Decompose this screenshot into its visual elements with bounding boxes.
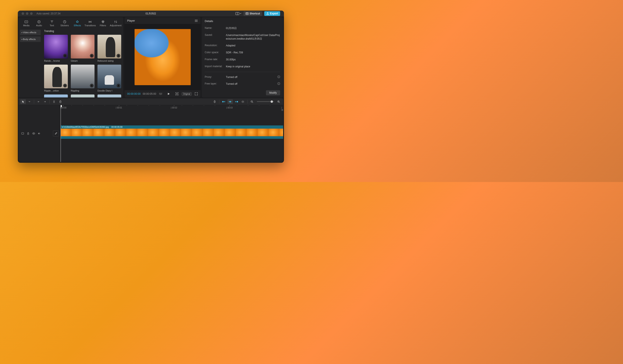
svg-rect-13 <box>222 101 223 102</box>
timeline-area[interactable]: |00:00 | 00:01 | 00:02 | 00:03 | 00:04 b… <box>61 105 283 162</box>
info-icon[interactable] <box>277 82 280 86</box>
svg-rect-19 <box>27 133 29 134</box>
asset-grid: Rando…hrome Gleam Rebound swing <box>44 35 121 97</box>
tab-transitions[interactable]: Transitions <box>84 19 96 28</box>
app-window: Auto saved: 20:37:34 01月05日 Shortcut Exp… <box>18 11 284 163</box>
detail-framerate: 30.00fps <box>226 58 280 62</box>
play-button[interactable] <box>167 92 170 95</box>
svg-rect-15 <box>237 101 238 102</box>
effect-item[interactable]: Gleam <box>71 35 94 62</box>
effect-item[interactable]: Rando…hrome <box>44 35 68 62</box>
zoom-out-icon[interactable] <box>249 99 255 104</box>
track-fx-icon[interactable] <box>20 131 25 136</box>
snap-center-icon[interactable] <box>227 99 233 104</box>
tab-effects[interactable]: Effects <box>71 19 84 28</box>
effect-item[interactable] <box>71 94 94 97</box>
download-icon[interactable] <box>116 84 120 87</box>
clip-thumbnails <box>61 128 283 136</box>
zoom-slider[interactable] <box>257 101 274 102</box>
snap-left-icon[interactable] <box>221 99 226 104</box>
tick-marks <box>159 93 162 95</box>
details-title: Details <box>202 17 283 25</box>
autosave-status: Auto saved: 20:37:34 <box>36 12 60 15</box>
details-panel: Details Name:01月05日 Saved:/Users/macmiao… <box>202 17 283 97</box>
download-icon[interactable] <box>116 54 120 58</box>
traffic-lights <box>22 12 33 15</box>
tab-filters[interactable]: Filters <box>97 19 109 28</box>
svg-rect-12 <box>214 100 215 102</box>
close-dot[interactable] <box>22 12 24 15</box>
tab-adjustment[interactable]: Adjustment <box>109 19 122 28</box>
effect-item[interactable] <box>44 94 68 97</box>
min-dot[interactable] <box>26 12 28 15</box>
fullscreen-icon[interactable] <box>195 92 198 96</box>
time-current: 00:00:00:00 <box>127 92 140 95</box>
player-title: Player <box>127 19 135 22</box>
zoom-in-icon[interactable] <box>276 99 281 104</box>
insert-icon[interactable] <box>240 99 245 104</box>
delete-button[interactable] <box>58 99 63 104</box>
cat-body-effects[interactable]: Body effects <box>20 36 41 42</box>
svg-point-8 <box>177 93 177 94</box>
tab-text[interactable]: Text <box>45 19 58 28</box>
track-lock-icon[interactable] <box>26 131 30 136</box>
tab-stickers[interactable]: Stickers <box>58 19 71 28</box>
detail-import: Keep in original place <box>226 65 280 68</box>
original-button[interactable]: Original <box>182 92 192 96</box>
player-controls: 00:00:00:00 00:00:05:00 Original <box>125 90 200 97</box>
svg-point-3 <box>38 21 41 23</box>
download-icon[interactable] <box>63 54 67 58</box>
download-icon[interactable] <box>90 84 94 87</box>
player-panel: Player 00:00:00:00 00:00:05:00 <box>125 17 200 97</box>
split-button[interactable] <box>51 99 57 104</box>
mic-icon[interactable] <box>212 99 217 104</box>
track-visible-icon[interactable] <box>31 131 36 136</box>
edit-track-icon[interactable] <box>53 130 59 136</box>
download-icon[interactable] <box>90 54 94 58</box>
cursor-dropdown[interactable] <box>27 99 32 104</box>
effect-item[interactable]: Doodle Diary I <box>97 65 121 92</box>
track-controls <box>19 105 61 162</box>
player-menu-icon[interactable] <box>195 20 198 22</box>
redo-button[interactable] <box>42 99 48 104</box>
asset-categories: Video effects Body effects <box>19 28 42 97</box>
effect-item[interactable]: Ripple…ortion <box>44 65 68 92</box>
playhead[interactable] <box>61 105 61 162</box>
tab-audio[interactable]: Audio <box>33 19 45 28</box>
asset-tabs: Media Audio Text Stickers <box>19 17 123 28</box>
timeline-toolbar <box>19 98 283 105</box>
cursor-tool[interactable] <box>20 99 26 104</box>
timeline-clip[interactable]: b7d10bb6fdad4f33b7f356bece596f5b4430360.… <box>61 126 283 139</box>
info-icon[interactable] <box>277 75 280 79</box>
svg-rect-14 <box>229 101 231 102</box>
export-label: Export <box>270 12 278 15</box>
tab-media[interactable]: Media <box>20 19 33 28</box>
clip-duration: 00:00:05:00 <box>111 126 122 128</box>
effect-item[interactable]: Rebound swing <box>97 35 121 62</box>
svg-point-20 <box>33 133 34 134</box>
detail-saved: /Users/macmiao/Movies/CapCut/User Data/P… <box>226 33 280 41</box>
window-title: 01月05日 <box>146 12 156 16</box>
timeline-ruler: |00:00 | 00:01 | 00:02 | 00:03 | 00:04 <box>61 105 283 109</box>
undo-button[interactable] <box>36 99 41 104</box>
export-button[interactable]: Export <box>264 11 280 16</box>
titlebar: Auto saved: 20:37:34 01月05日 Shortcut Exp… <box>18 11 284 17</box>
crop-icon[interactable] <box>175 92 179 96</box>
preview-area <box>125 24 200 90</box>
modify-button[interactable]: Modify <box>266 90 280 95</box>
detail-proxy: Turned off <box>226 75 276 79</box>
cat-video-effects[interactable]: Video effects <box>20 30 41 35</box>
effect-item[interactable] <box>97 94 121 97</box>
layout-icon[interactable] <box>235 12 241 15</box>
detail-freelayer: Turned off <box>226 82 276 86</box>
download-icon[interactable] <box>63 84 67 87</box>
time-total: 00:00:05:00 <box>143 92 156 95</box>
effect-item[interactable]: Rippling <box>71 65 94 92</box>
shortcut-button[interactable]: Shortcut <box>244 11 262 16</box>
clip-filename: b7d10bb6fdad4f33b7f356bece596f5b4430360.… <box>62 126 109 128</box>
track-mute-icon[interactable] <box>37 131 42 136</box>
max-dot[interactable] <box>30 12 33 15</box>
detail-colorspace: SDR - Rec.709 <box>226 51 280 54</box>
snap-right-icon[interactable] <box>234 99 239 104</box>
timeline-panel: |00:00 | 00:01 | 00:02 | 00:03 | 00:04 b… <box>19 98 283 162</box>
